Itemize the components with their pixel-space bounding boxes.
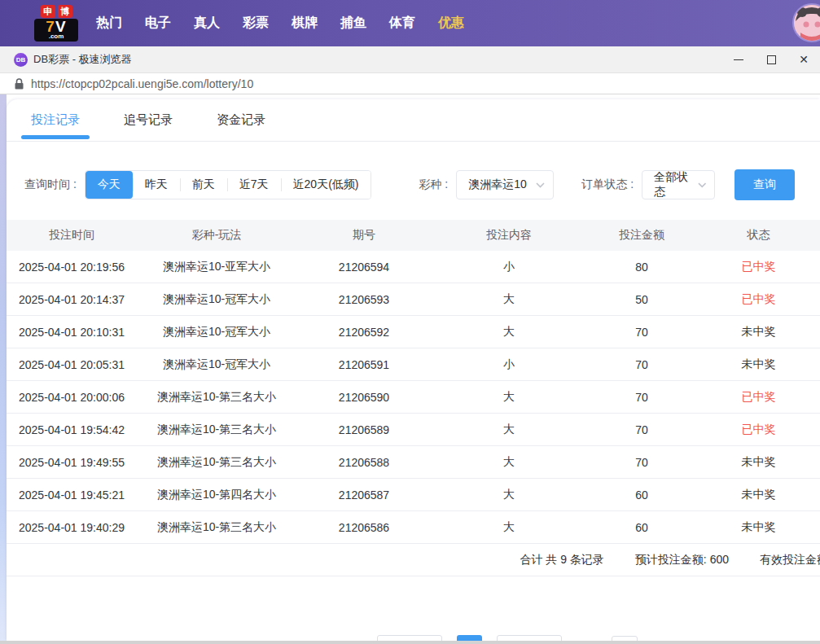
table-row: 2025-04-01 19:54:42 澳洲幸运10-第三名大小 2120658… — [7, 414, 820, 446]
status-badge: 已中奖 — [697, 423, 820, 437]
table-row: 2025-04-01 20:14:37 澳洲幸运10-冠军大小 21206593… — [7, 283, 820, 316]
lottery-filter-label: 彩种 : — [419, 177, 448, 192]
user-avatar[interactable] — [792, 3, 820, 42]
lock-icon — [15, 78, 24, 90]
nav-item-promo[interactable]: 优惠 — [438, 15, 464, 32]
nav-item-sports[interactable]: 体育 — [389, 15, 415, 32]
logo-sub-text: .com — [36, 33, 77, 40]
nav-item-live[interactable]: 真人 — [194, 15, 220, 32]
table-row: 2025-04-01 20:10:31 澳洲幸运10-冠军大小 21206592… — [7, 316, 820, 348]
time-filter-label: 查询时间 : — [24, 177, 77, 192]
maximize-icon — [767, 55, 776, 64]
record-tabs: 投注记录 追号记录 资金记录 — [7, 99, 820, 142]
table-header: 投注时间 彩种-玩法 期号 投注内容 投注金额 状态 — [7, 220, 820, 251]
tab-fund-records[interactable]: 资金记录 — [213, 99, 269, 141]
col-play: 彩种-玩法 — [137, 228, 296, 243]
status-badge: 未中奖 — [697, 357, 820, 372]
nav-item-board[interactable]: 棋牌 — [292, 15, 318, 32]
maximize-button[interactable] — [755, 46, 787, 72]
window-title: DB彩票 - 极速浏览器 — [33, 52, 132, 67]
summary-expected-amount: 预计投注金额: 600 — [635, 553, 729, 567]
tab-bet-records[interactable]: 投注记录 — [28, 99, 83, 141]
summary-valid-amount: 有效投注金额 — [760, 553, 820, 567]
logo-chip-bo: 博 — [58, 5, 72, 18]
status-badge: 未中奖 — [697, 520, 820, 535]
table-row: 2025-04-01 20:00:06 澳洲幸运10-第三名大小 2120659… — [7, 381, 820, 414]
status-badge: 已中奖 — [697, 260, 820, 274]
nav-item-slots[interactable]: 电子 — [145, 15, 171, 32]
page-left-gutter — [0, 94, 7, 641]
order-status-select[interactable]: 全部状态 — [642, 170, 715, 199]
url-text[interactable]: https://ctopcp02pcali.uengi5e.com/lotter… — [31, 77, 253, 90]
col-bet-amount: 投注金额 — [586, 228, 697, 243]
close-icon: ✕ — [799, 54, 809, 65]
summary-total-records: 合计 共 9 条记录 — [520, 553, 603, 567]
filter-bar: 查询时间 : 今天 昨天 前天 近7天 近20天(低频) 彩种 : 澳洲幸运10… — [7, 142, 820, 208]
browser-titlebar: DB DB彩票 - 极速浏览器 ✕ — [0, 46, 820, 73]
records-card: 投注记录 追号记录 资金记录 查询时间 : 今天 昨天 前天 近7天 近20天(… — [7, 99, 820, 641]
address-bar: https://ctopcp02pcali.uengi5e.com/lotter… — [0, 73, 820, 94]
active-tab-underline — [21, 135, 90, 139]
nav-item-fishing[interactable]: 捕鱼 — [340, 15, 366, 32]
chevron-down-icon — [536, 182, 545, 188]
logo-chip-shen: 申 — [41, 5, 55, 18]
site-logo[interactable]: 申 博 7V .com — [34, 5, 78, 42]
table-row: 2025-04-01 19:45:21 澳洲幸运10-第四名大小 2120658… — [7, 479, 820, 511]
col-issue: 期号 — [296, 228, 432, 243]
table-row: 2025-04-01 20:05:31 澳洲幸运10-冠军大小 21206591… — [7, 348, 820, 381]
page-content: 投注记录 追号记录 资金记录 查询时间 : 今天 昨天 前天 近7天 近20天(… — [0, 94, 820, 641]
col-status: 状态 — [697, 228, 820, 243]
time-option-yesterday[interactable]: 昨天 — [133, 171, 180, 199]
avatar-illustration — [794, 5, 820, 41]
table-row: 2025-04-01 19:49:55 澳洲幸运10-第三名大小 2120658… — [7, 446, 820, 479]
status-badge: 未中奖 — [697, 455, 820, 470]
time-option-today[interactable]: 今天 — [86, 171, 133, 199]
time-option-last20days[interactable]: 近20天(低频) — [281, 171, 371, 199]
nav-menu: 热门 电子 真人 彩票 棋牌 捕鱼 体育 优惠 — [96, 15, 464, 32]
status-badge: 未中奖 — [697, 488, 820, 502]
chevron-down-icon — [698, 182, 707, 188]
time-option-day-before[interactable]: 前天 — [180, 171, 227, 199]
col-bet-content: 投注内容 — [432, 228, 586, 243]
time-option-last7days[interactable]: 近7天 — [227, 171, 281, 199]
table-row: 2025-04-01 20:19:56 澳洲幸运10-亚军大小 21206594… — [7, 251, 820, 283]
close-button[interactable]: ✕ — [787, 46, 820, 72]
status-badge: 已中奖 — [697, 292, 820, 307]
lottery-select[interactable]: 澳洲幸运10 — [456, 170, 554, 199]
table-row: 2025-04-01 19:40:29 澳洲幸运10-第三名大小 2120658… — [7, 511, 820, 544]
status-badge: 未中奖 — [697, 325, 820, 340]
tab-chase-records[interactable]: 追号记录 — [121, 99, 176, 141]
site-navbar: 申 博 7V .com 热门 电子 真人 彩票 棋牌 捕鱼 体育 优惠 — [0, 0, 820, 46]
time-range-segmented: 今天 昨天 前天 近7天 近20天(低频) — [85, 170, 372, 199]
col-bet-time: 投注时间 — [7, 228, 137, 243]
table-summary: 合计 共 9 条记录 预计投注金额: 600 有效投注金额 — [7, 544, 820, 576]
minimize-icon — [734, 59, 743, 60]
status-badge: 已中奖 — [697, 390, 820, 405]
query-button[interactable]: 查询 — [734, 169, 795, 200]
browser-tab-icon: DB — [14, 53, 28, 67]
status-filter-label: 订单状态 : — [581, 177, 634, 192]
nav-item-lottery[interactable]: 彩票 — [243, 15, 269, 32]
minimize-button[interactable] — [722, 46, 755, 72]
nav-item-hot[interactable]: 热门 — [96, 15, 122, 32]
window-bottom-edge — [0, 641, 820, 644]
